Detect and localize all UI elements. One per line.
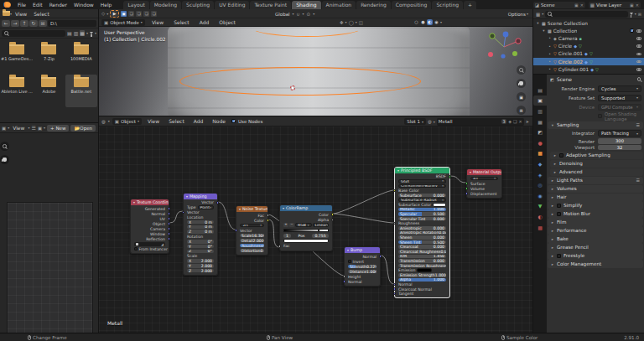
add-stop-button[interactable]: + (283, 223, 288, 227)
properties-tab-constraints[interactable]: ◉ (533, 190, 547, 201)
properties-tab-material[interactable]: ◐ (533, 211, 547, 222)
outliner-item-camera[interactable]: •◆Camera▪ (533, 34, 644, 42)
modifier-icon[interactable]: ◆ (574, 44, 577, 49)
properties-tab-view-layer[interactable]: ▦ (533, 116, 547, 127)
node-canvas[interactable]: Metall ▾Texture CoordinateGeneratedNorma… (99, 127, 532, 333)
node-number-field[interactable]: Transmission Roughness0.000 (398, 264, 446, 268)
image-browse-dropdown[interactable]: ▾ (44, 126, 45, 130)
node-number-field[interactable]: Clearcoat Roughness0.030 (398, 250, 446, 254)
node-material-output[interactable]: ▾Material OutputAllSurfaceVolumeDisplace… (466, 168, 502, 199)
properties-tab-texture[interactable]: ▩ (533, 222, 547, 233)
node-dropdown[interactable]: 3D (240, 224, 264, 228)
gradient-handle[interactable] (318, 229, 319, 233)
properties-tab-physics[interactable]: ◎ (533, 179, 547, 190)
input-socket[interactable] (465, 192, 468, 194)
panel-light-paths[interactable]: ▸Light Paths☰ (548, 177, 643, 184)
refresh-button[interactable]: ↻ (29, 20, 38, 27)
color-swatch[interactable] (433, 203, 446, 206)
preset-menu-icon[interactable]: ☰ (636, 122, 640, 127)
xray-toggle-icon[interactable]: ◫ (359, 20, 363, 25)
new-folder-button[interactable]: ⊞ (39, 20, 47, 27)
workspace-tab--[interactable]: + (464, 1, 476, 9)
subpanel-adaptive-sampling[interactable]: ▸Adaptive Sampling (550, 152, 643, 159)
menubar-item[interactable]: File (14, 0, 29, 9)
collapse-icon[interactable]: ▾ (283, 206, 284, 210)
node-mapping[interactable]: ▾MappingVectorTypePointVectorLocationX0 … (183, 193, 218, 276)
workspace-tab-animation[interactable]: Animation (322, 1, 356, 9)
colorramp-gradient[interactable] (283, 229, 329, 233)
unlink-scene-button[interactable]: ✕ (580, 3, 584, 8)
setting-checkbox[interactable] (598, 114, 602, 118)
pin-icon[interactable]: ➤ (526, 119, 529, 124)
unlink-material-button[interactable]: ✕ (519, 119, 522, 124)
shading-dropdown[interactable]: ▾ (440, 20, 442, 24)
fb-view-menu[interactable]: View (12, 9, 30, 18)
node-number-field[interactable]: Specular0.500 (398, 212, 446, 216)
setting-dropdown[interactable]: GPU Compute (598, 104, 641, 111)
ie-view-menu[interactable]: View (11, 123, 26, 132)
outliner-search-input[interactable] (545, 11, 628, 18)
samples-render-field[interactable]: 300 (598, 138, 641, 144)
user-count-badge[interactable]: 3 (501, 119, 506, 124)
node-number-field[interactable]: Clearcoat0.000 (398, 245, 446, 249)
gizmo-dropdown[interactable]: ▾ (345, 20, 347, 24)
visibility-eye-icon[interactable] (636, 44, 641, 48)
panel-checkbox[interactable] (559, 153, 564, 158)
view-layer-selector[interactable]: ▦ View Layer ▣ ✕ (589, 2, 641, 8)
workspace-tab-modeling[interactable]: Modeling (150, 1, 181, 9)
sh-node-menu[interactable]: Node (209, 116, 229, 126)
outliner-display-mode-icon[interactable]: ▦ (536, 12, 540, 17)
workspace-tab-scripting[interactable]: Scripting (432, 1, 463, 9)
node-row-in[interactable]: Displacement (467, 191, 501, 196)
expand-icon[interactable]: ▾ (536, 21, 540, 25)
node-bump[interactable]: ▾BumpNormalInvertStrength0.225Distance1.… (344, 246, 381, 287)
mode-selector[interactable]: ▣ Object Mode ▾ (101, 19, 145, 26)
modifier-icon[interactable]: ◆ (590, 67, 594, 72)
shading-rendered-button[interactable]: ◉ (434, 19, 439, 25)
properties-tab-object[interactable]: ■ (533, 148, 547, 159)
overlays-dropdown[interactable]: ▾ (356, 20, 357, 24)
input-socket[interactable] (235, 229, 237, 231)
node-colorramp[interactable]: ▾ColorRampColorAlpha+−RGBLinear1Pos0.755… (279, 204, 333, 251)
vp-select-menu[interactable]: Select (170, 18, 193, 27)
outliner-item-scene-collection[interactable]: ▾▦Scene Collection (533, 19, 644, 27)
overlays-icon[interactable]: ◯ (349, 20, 354, 25)
visibility-eye-icon[interactable] (636, 60, 641, 64)
node-dropdown[interactable]: Christensen-Burley (398, 184, 446, 189)
workspace-tab-rendering[interactable]: Rendering (356, 1, 391, 9)
shader-type-selector[interactable]: ▣ Object ▾ (112, 118, 142, 125)
output-socket[interactable] (168, 227, 170, 230)
select-mode-extend-button[interactable]: ❏ (128, 11, 134, 17)
workspace-tab-shading[interactable]: Shading (292, 1, 320, 9)
collapse-icon[interactable]: ▾ (186, 194, 188, 199)
node-header[interactable]: ▾ColorRamp (280, 205, 332, 211)
remove-stop-button[interactable]: − (289, 223, 294, 227)
node-row-check[interactable]: From Instancer (131, 246, 169, 251)
filter-dropdown[interactable]: ▾ (95, 31, 96, 35)
outliner-item-circle[interactable]: •▽Circle◆▽ (533, 43, 644, 50)
zoom-button[interactable] (0, 142, 9, 151)
panel-motion-blur[interactable]: ▸Motion Blur (548, 209, 643, 217)
panel-simplify[interactable]: ▸Simplify (548, 201, 643, 209)
browse-material-dropdown[interactable]: ▾ (434, 120, 435, 124)
node-number-field[interactable]: Specular Tint0.000 (398, 217, 446, 221)
node-row-in[interactable]: Fac (280, 244, 332, 249)
expand-icon[interactable]: • (548, 36, 552, 40)
node-number-field[interactable]: Anisotropic Rotation0.000 (398, 231, 446, 235)
node-noise-texture[interactable]: ▾Noise TextureFacColor3DVectorScale16.30… (236, 205, 268, 256)
new-view-layer-button[interactable]: ▣ (630, 3, 634, 8)
node-number-field[interactable]: Roughness0.640 (240, 244, 264, 248)
viewport-camera-button[interactable]: ▣ (517, 92, 526, 101)
pan-button[interactable] (0, 155, 9, 164)
sh-view-menu[interactable]: View (144, 116, 163, 126)
setting-dropdown[interactable]: Cycles (598, 85, 641, 92)
back-button[interactable]: ← (2, 20, 10, 27)
new-collection-button[interactable]: ⊞ (638, 12, 641, 17)
node-number-field[interactable]: Alpha1.000 (398, 278, 446, 282)
node-row-vec[interactable]: Z2.000 (184, 268, 217, 273)
setting-dropdown[interactable]: Supported (598, 95, 641, 101)
input-socket[interactable] (393, 292, 396, 295)
node-principled-bsdf[interactable]: ▾Principled BSDFBSDFGGXChristensen-Burle… (394, 167, 450, 298)
workspace-tab-uv-editing[interactable]: UV Editing (215, 1, 249, 9)
node-number-field[interactable]: Sheen Tint0.500 (398, 240, 446, 245)
